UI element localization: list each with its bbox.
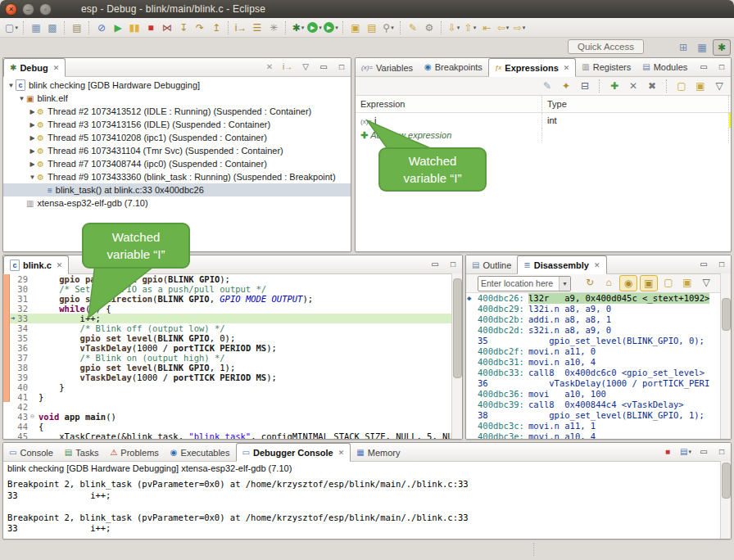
- minimize-icon[interactable]: ▭: [697, 445, 710, 458]
- disassembly-row[interactable]: 35 gpio_set_level(BLINK_GPIO, 0);: [466, 336, 731, 346]
- disassembly-row[interactable]: 36 vTaskDelay(1000 / portTICK_PERI: [466, 378, 731, 389]
- skip-all-breakpoints-icon[interactable]: ⊘: [93, 20, 110, 35]
- debug-tree-item[interactable]: ▥xtensa-esp32-elf-gdb (7.10): [3, 196, 351, 210]
- mark-occurrences-icon[interactable]: ✎: [405, 20, 421, 35]
- tab-expressions[interactable]: ƒxExpressions✕: [488, 58, 576, 77]
- pin-view-icon[interactable]: ▣: [692, 79, 709, 93]
- editor-scroll-thumb[interactable]: [453, 278, 462, 378]
- tree-expand-icon[interactable]: ▶: [28, 160, 37, 168]
- disassembly-row[interactable]: 400dbc2b:addi.n a8, a8, 1: [466, 314, 731, 325]
- tab-close-icon[interactable]: ✕: [564, 64, 570, 72]
- search-icon[interactable]: ⚲▾: [380, 20, 396, 35]
- debug-perspective-icon[interactable]: ✱: [713, 39, 731, 56]
- disassembly-row[interactable]: 400dbc33:call8 0x400dc6c0 <gpio_set_leve…: [466, 368, 731, 378]
- open-resource-icon[interactable]: ▤: [364, 20, 380, 35]
- code-line[interactable]: 41}: [3, 392, 462, 402]
- view-menu-icon[interactable]: ▽: [299, 61, 312, 73]
- code-line[interactable]: 44{: [3, 422, 462, 431]
- column-type[interactable]: Type: [542, 96, 729, 113]
- refresh-icon[interactable]: ↻: [582, 275, 598, 290]
- display-selected-console-icon[interactable]: ▤▾: [679, 445, 692, 458]
- debug-tree-item[interactable]: ▶⚙Thread #5 1073410208 (ipc1) (Suspended…: [3, 131, 351, 144]
- next-annotation-icon[interactable]: ⇩▾: [446, 20, 462, 35]
- pin-view-icon[interactable]: ▣: [679, 275, 695, 290]
- debug-tree-item[interactable]: ▶⚙Thread #2 1073413512 (IDLE : Running) …: [3, 105, 351, 118]
- tab-debug[interactable]: ✱Debug✕: [3, 58, 66, 77]
- show-source-icon[interactable]: ◉: [619, 275, 637, 291]
- debug-tree-item[interactable]: ≡blink_task() at blink.c:33 0x400dbc26: [3, 183, 351, 196]
- tab-variables[interactable]: (x)=Variables: [356, 59, 419, 76]
- save-icon[interactable]: ▦: [28, 20, 44, 35]
- disassembly-scroll-thumb[interactable]: [722, 298, 731, 331]
- code-line[interactable]: 29 gpio_pad_select_gpio(BLINK_GPIO);: [3, 274, 462, 284]
- tab-executables[interactable]: ◉Executables: [165, 444, 236, 461]
- collapse-all-icon[interactable]: ⊟: [577, 79, 593, 93]
- disassembly-row[interactable]: 38 gpio_set_level(BLINK_GPIO, 1);: [466, 410, 731, 421]
- tree-expand-icon[interactable]: ▶: [28, 147, 37, 155]
- column-value[interactable]: Value: [729, 96, 732, 113]
- tree-expand-icon[interactable]: ▶: [28, 134, 37, 142]
- console-scrollbar[interactable]: [720, 461, 731, 539]
- console-scroll-thumb[interactable]: [722, 463, 731, 499]
- debug-tree-item[interactable]: ▼▣blink.elf: [3, 92, 351, 105]
- tab-close-icon[interactable]: ✕: [53, 64, 60, 72]
- disassembly-row[interactable]: 400dbc2f:movi.n a11, 0: [466, 346, 731, 357]
- forward-icon[interactable]: ⇨▾: [511, 20, 528, 35]
- new-view-icon[interactable]: ▢: [673, 79, 690, 93]
- code-line[interactable]: 31 gpio_set_direction(BLINK_GPIO, GPIO_M…: [3, 294, 462, 304]
- instruction-stepping-mode-icon[interactable]: i→: [281, 61, 294, 73]
- back-icon[interactable]: ⇦▾: [495, 20, 511, 35]
- view-menu-icon[interactable]: ▽: [711, 79, 727, 93]
- step-into-icon[interactable]: ↧: [175, 20, 192, 35]
- terminate-console-icon[interactable]: ■: [661, 445, 674, 458]
- disassembly-row[interactable]: 400dbc3e:movi.n a10, 4: [466, 431, 731, 440]
- code-editor[interactable]: 29 gpio_pad_select_gpio(BLINK_GPIO);30 /…: [3, 274, 462, 440]
- show-type-names-icon[interactable]: ✎: [539, 79, 555, 93]
- tab-tasks[interactable]: ▤Tasks: [59, 444, 105, 461]
- new-view-icon[interactable]: ▢: [660, 275, 677, 290]
- show-logical-structures-icon[interactable]: ✦: [558, 79, 574, 93]
- code-line[interactable]: 43⊖void app_main(): [3, 412, 462, 422]
- tab-console[interactable]: ▭Console: [3, 444, 59, 461]
- disassembly-row[interactable]: 400dbc39:call8 0x400844c4 <vTaskDelay>: [466, 400, 731, 410]
- external-tools-icon[interactable]: ▶▾: [323, 20, 339, 35]
- build-settings-icon[interactable]: ⚙: [421, 20, 437, 35]
- disassembly-row[interactable]: 400dbc29:l32i.n a8, a9, 0: [466, 304, 731, 314]
- suspend-icon[interactable]: ▮▮: [126, 20, 143, 35]
- tab-outline[interactable]: ▤Outline: [466, 256, 517, 273]
- debug-tree-item[interactable]: ▶⚙Thread #6 1073431104 (Tmr Svc) (Suspen…: [3, 144, 351, 157]
- disassembly-row[interactable]: ◆400dbc26:l32r a9, 0x400d045c <_stext+10…: [466, 293, 731, 304]
- tab-debugger-console[interactable]: ▭Debugger Console✕: [236, 443, 351, 462]
- location-combo[interactable]: Enter location here ▼: [478, 276, 571, 291]
- close-icon[interactable]: ✕: [5, 3, 17, 16]
- minimize-icon[interactable]: ▭: [697, 258, 710, 270]
- use-step-filters-icon[interactable]: ☰: [249, 20, 265, 35]
- combo-dropdown-icon[interactable]: ▼: [559, 277, 570, 291]
- cpp-perspective-icon[interactable]: ▦: [694, 40, 710, 55]
- step-filters-config-icon[interactable]: ✳: [265, 20, 282, 35]
- remove-selected-icon[interactable]: ✕: [625, 79, 641, 93]
- code-line[interactable]: 37 /* Blink on (output high) */: [3, 353, 462, 363]
- tab-registers[interactable]: ▥Registers: [576, 58, 637, 75]
- run-icon[interactable]: ▶▾: [306, 20, 323, 35]
- tab-disassembly[interactable]: ≣Disassembly✕: [517, 255, 606, 274]
- value-cell[interactable]: 3: [729, 113, 732, 128]
- tree-collapse-icon[interactable]: ▼: [7, 82, 16, 89]
- tab-problems[interactable]: ⚠Problems: [104, 444, 164, 461]
- code-line[interactable]: 36 vTaskDelay(1000 / portTICK_PERIOD_MS)…: [3, 343, 462, 353]
- tree-expand-icon[interactable]: ▶: [28, 108, 37, 115]
- code-line[interactable]: 34 /* Blink off (output low) */: [3, 323, 462, 333]
- remove-all-icon[interactable]: ✖: [644, 79, 660, 93]
- tab-close-icon[interactable]: ✕: [338, 449, 345, 457]
- open-perspective-icon[interactable]: ⊞: [675, 40, 691, 55]
- new-icon[interactable]: ▢▾: [3, 20, 20, 35]
- debug-tree-item[interactable]: ▼⚙Thread #9 1073433360 (blink_task : Run…: [3, 170, 351, 183]
- terminate-icon[interactable]: ■: [143, 20, 159, 35]
- debug-icon[interactable]: ✱▾: [290, 20, 306, 35]
- debug-tree-item[interactable]: ▼cblink checking [GDB Hardware Debugging…: [3, 79, 351, 92]
- minimize-icon[interactable]: ▭: [428, 258, 442, 270]
- minimize-icon[interactable]: ▭: [697, 61, 710, 73]
- tab-memory[interactable]: ▦Memory: [351, 444, 406, 461]
- code-line[interactable]: 30 /* Set the GPIO as a push/pull output…: [3, 284, 462, 294]
- minimize-icon[interactable]: –: [22, 3, 34, 16]
